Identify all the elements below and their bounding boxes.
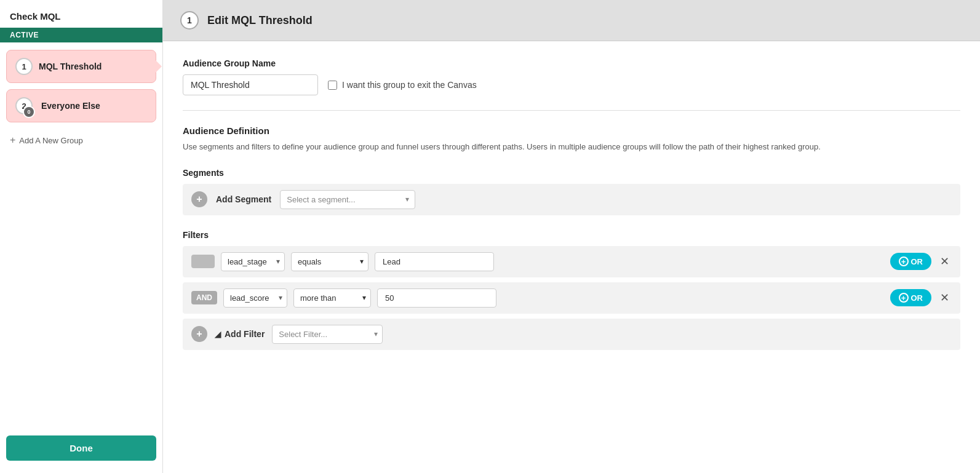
add-group-label: Add A New Group xyxy=(19,136,82,145)
filter-op-1[interactable]: equals does not equal more than less tha… xyxy=(291,252,368,271)
or-button-1[interactable]: + OR xyxy=(890,253,932,270)
filter-op-2[interactable]: equals does not equal more than less tha… xyxy=(293,288,371,308)
filter-value-1[interactable] xyxy=(375,252,494,271)
segments-section: Segments + Add Segment Select a segment.… xyxy=(183,168,960,215)
segments-label: Segments xyxy=(183,168,960,178)
segment-select[interactable]: Select a segment... xyxy=(280,190,415,209)
segment-select-wrap: Select a segment... xyxy=(280,190,415,209)
group-1-label: MQL Threshold xyxy=(39,62,102,71)
add-segment-label: Add Segment xyxy=(216,194,271,204)
group-name-row: I want this group to exit the Canvas xyxy=(183,74,960,95)
add-filter-label: ◢ Add Filter xyxy=(215,329,265,339)
active-badge: ACTIVE xyxy=(0,28,162,42)
select-filter-dropdown[interactable]: Select Filter... xyxy=(272,325,383,344)
or-plus-icon-1: + xyxy=(899,256,909,266)
audience-definition-section: Audience Definition Use segments and fil… xyxy=(183,125,960,153)
filter-value-2[interactable] xyxy=(377,288,496,308)
sidebar-groups: 1 MQL Threshold 2 0 Everyone Else xyxy=(0,42,162,130)
audience-group-section: Audience Group Name I want this group to… xyxy=(183,58,960,95)
add-segment-row: + Add Segment Select a segment... xyxy=(183,184,960,215)
divider-1 xyxy=(183,110,960,111)
main-body: Audience Group Name I want this group to… xyxy=(163,41,980,473)
group-1-number: 1 xyxy=(15,58,33,75)
main-content: 1 Edit MQL Threshold Audience Group Name… xyxy=(163,0,980,473)
filter-field-2[interactable]: lead_stage lead_score xyxy=(223,288,287,308)
add-segment-plus-btn[interactable]: + xyxy=(191,191,207,207)
or-label-2: OR xyxy=(911,293,923,303)
filter-badge-1 xyxy=(191,255,215,268)
close-filter-1[interactable]: ✕ xyxy=(938,255,952,268)
sidebar: Check MQL ACTIVE 1 MQL Threshold 2 0 Eve… xyxy=(0,0,163,473)
group-2-icon: 0 xyxy=(23,106,35,118)
group-card-2[interactable]: 2 0 Everyone Else xyxy=(6,89,156,122)
select-filter-wrap: Select Filter... xyxy=(272,325,383,344)
filter-funnel-icon: ◢ xyxy=(215,330,221,339)
close-filter-2[interactable]: ✕ xyxy=(938,291,952,304)
filter-field-2-wrap: lead_stage lead_score xyxy=(223,288,287,308)
audience-group-name-label: Audience Group Name xyxy=(183,58,960,68)
exit-canvas-row: I want this group to exit the Canvas xyxy=(328,80,477,90)
audience-def-desc: Use segments and filters to define your … xyxy=(183,141,960,153)
filter-field-1[interactable]: lead_stage lead_score xyxy=(221,252,285,271)
filters-label: Filters xyxy=(183,230,960,240)
step-circle: 1 xyxy=(180,11,199,30)
done-button[interactable]: Done xyxy=(6,435,156,461)
or-label-1: OR xyxy=(911,257,923,266)
filter-op-1-wrap: equals does not equal more than less tha… xyxy=(291,252,368,271)
filter-op-2-wrap: equals does not equal more than less tha… xyxy=(293,288,371,308)
group-name-input[interactable] xyxy=(183,74,318,95)
group-2-label: Everyone Else xyxy=(41,101,100,111)
exit-canvas-checkbox[interactable] xyxy=(328,81,337,90)
filter-field-1-wrap: lead_stage lead_score xyxy=(221,252,285,271)
audience-def-title: Audience Definition xyxy=(183,125,960,136)
or-plus-icon-2: + xyxy=(899,293,909,303)
add-filter-row: + ◢ Add Filter Select Filter... xyxy=(183,319,960,350)
add-group-plus-icon: + xyxy=(10,135,15,146)
filter-row-2: AND lead_stage lead_score equals does no… xyxy=(183,282,960,314)
group-card-1[interactable]: 1 MQL Threshold xyxy=(6,50,156,83)
add-filter-plus-btn[interactable]: + xyxy=(191,326,207,342)
main-header: 1 Edit MQL Threshold xyxy=(163,0,980,41)
or-button-2[interactable]: + OR xyxy=(890,289,932,306)
filter-row-1: lead_stage lead_score equals does not eq… xyxy=(183,246,960,277)
sidebar-title: Check MQL xyxy=(0,0,162,28)
add-new-group-btn[interactable]: + Add A New Group xyxy=(0,130,162,151)
main-header-title: Edit MQL Threshold xyxy=(207,14,313,27)
filters-section: Filters lead_stage lead_score equals doe… xyxy=(183,230,960,350)
group-1-arrow xyxy=(156,60,162,73)
exit-canvas-label: I want this group to exit the Canvas xyxy=(342,80,477,90)
filter-badge-2: AND xyxy=(191,291,217,304)
